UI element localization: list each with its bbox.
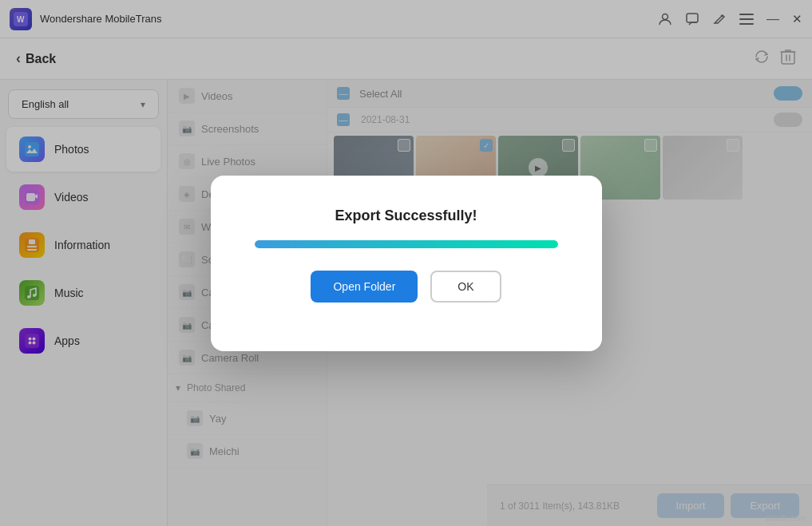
dialog-actions: Open Folder OK: [311, 271, 501, 303]
modal-overlay: Export Successfully! Open Folder OK: [0, 0, 812, 526]
export-success-dialog: Export Successfully! Open Folder OK: [211, 176, 602, 351]
open-folder-button[interactable]: Open Folder: [311, 271, 418, 303]
progress-bar-fill: [255, 240, 558, 248]
progress-bar-track: [255, 240, 558, 248]
watermark: wsxdn.com: [766, 514, 806, 523]
ok-button[interactable]: OK: [430, 271, 501, 303]
dialog-title: Export Successfully!: [335, 208, 477, 224]
